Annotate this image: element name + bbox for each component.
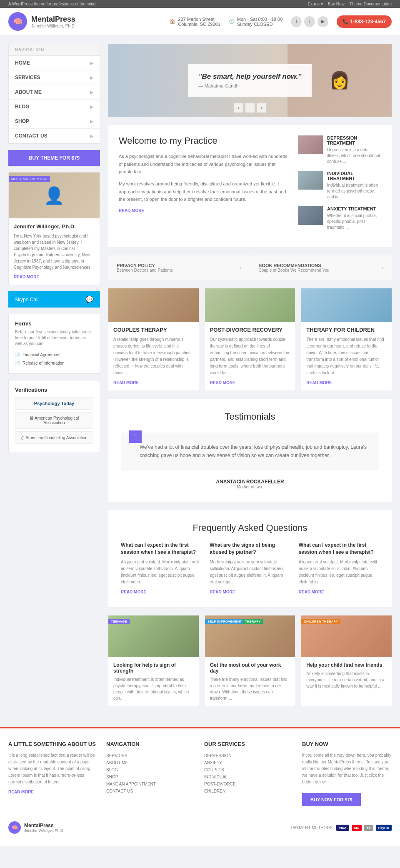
phone-button[interactable]: 📞 1-888-123-4567 (337, 15, 392, 28)
footer-service-postdivorce[interactable]: POST-DIVORCE (204, 780, 294, 788)
blog-card-image-0: TEENAGE (108, 615, 199, 657)
footer-nav-col: NAVIGATION SERVICES ABOUT ME BLOG SHOP M… (106, 741, 196, 806)
faq-question-2: What can I expect in the first session w… (299, 542, 379, 556)
blog-tag-2: CHILDREN THERAPY (301, 619, 340, 624)
children-therapy-text: There are many emotional issues that fin… (306, 336, 387, 376)
form-link-release[interactable]: 📄 Release of Information (15, 359, 93, 367)
youtube-icon[interactable]: ▶ (318, 16, 328, 27)
service-depression-info: DEPRESSION TREATMENT Depression is a men… (327, 135, 381, 165)
faq-question-1: What are the signs of being abused by pa… (210, 542, 290, 556)
skype-icon: 💬 (85, 295, 94, 303)
testimonial-text: We've had a lot of financial troubles ov… (131, 443, 369, 460)
logo-icon: 🧠 (8, 12, 27, 31)
sidebar-item-shop[interactable]: SHOP▶ (9, 114, 100, 129)
blog-card-text-1: There are many emotional issues that fin… (210, 676, 290, 701)
profile-card: MSED, MA, LMHP, CSC 👤 Jennifer Willinger… (8, 172, 100, 285)
blog-card-body-1: Get the most out of your work day There … (205, 657, 295, 706)
footer-services-title: OUR SERVICES (204, 741, 294, 747)
hours-line2: Sunday CLOSED (237, 22, 282, 27)
mastercard-badge: MC (352, 825, 362, 831)
footer-service-couples[interactable]: COUPLES (204, 766, 294, 773)
faq-read-more-0[interactable]: READ MORE (121, 590, 146, 594)
blog-card-body-2: Help your child find new friends Anxiety… (301, 657, 392, 694)
twitter-icon[interactable]: t (304, 16, 315, 27)
children-therapy-image (301, 288, 392, 322)
policy-arrow-icon: › (240, 265, 242, 271)
hero-quote: "Be smart, help yourself now." (199, 73, 302, 81)
privacy-policy-item[interactable]: PRIVACY POLICY Between Doctors and Patie… (108, 255, 250, 280)
divorce-recovery-title: POST-DIVORCE RECOVERY (210, 327, 290, 333)
couples-therapy-read-more[interactable]: READ MORE (113, 380, 139, 385)
privacy-policy-text: PRIVACY POLICY Between Doctors and Patie… (117, 263, 173, 273)
site-footer: A LITTLE SOMETHING ABOUT US It is a long… (0, 727, 400, 846)
footer-buy-button[interactable]: BUY NOW FOR $79 (302, 793, 361, 806)
extras-link[interactable]: Extras ▾ (308, 2, 323, 6)
blog-card-text-0: Individual treatment is often termed as … (113, 676, 194, 701)
sidebar-item-contact[interactable]: CONTACT US▶ (9, 129, 100, 143)
top-bar: A WordPress theme for professions of the… (0, 0, 400, 8)
skype-button[interactable]: Skype Call 💬 (8, 291, 100, 308)
facebook-icon[interactable]: f (291, 16, 302, 27)
arrow-icon: ▶ (90, 119, 93, 124)
faq-item-1: What are the signs of being abused by pa… (210, 542, 290, 595)
faq-read-more-2[interactable]: READ MORE (299, 590, 324, 594)
footer-nav-title: NAVIGATION (106, 741, 196, 747)
footer-service-children[interactable]: CHILDREN (204, 788, 294, 795)
footer-nav-services[interactable]: SERVICES (106, 752, 196, 759)
welcome-read-more[interactable]: READ MORE (119, 208, 144, 213)
theme-doc-link[interactable]: Theme Documentation (350, 2, 392, 6)
footer-service-individual[interactable]: INDIVIDUAL (204, 773, 294, 780)
main-content: 👩 "Be smart, help yourself now." — Mahat… (108, 44, 392, 719)
sidebar-item-blog[interactable]: BLOG▶ (9, 100, 100, 114)
footer-nav-appointment[interactable]: MAKE AN APPOINTMENT (106, 780, 196, 788)
blog-section: TEENAGE Looking for help is sign of stre… (108, 615, 392, 706)
profile-read-more[interactable]: READ MORE (14, 275, 39, 279)
footer-about-read-more[interactable]: READ MORE (8, 790, 34, 794)
arrow-icon: ▶ (90, 90, 93, 95)
footer-nav-shop[interactable]: SHOP (106, 773, 196, 780)
payment-methods: PAYMENT METHODS: VISA MC ●● PayPal (291, 825, 392, 831)
footer-logo-name: MentalPress (24, 823, 63, 828)
buy-theme-button[interactable]: BUY THEME FOR $79 (8, 150, 100, 166)
buy-now-link[interactable]: Buy Now (328, 2, 345, 6)
book-recommendations-item[interactable]: BOOK RECOMMENDATIONS Couple of Books We … (250, 255, 392, 280)
sidebar-navigation: NAVIGATION HOME▶ SERVICES▶ ABOUT ME▶ BLO… (8, 44, 100, 144)
social-links: f t ▶ (291, 16, 328, 27)
blog-card-title-1: Get the most out of your work day (210, 662, 290, 674)
sidebar-item-services[interactable]: SERVICES▶ (9, 70, 100, 85)
footer-logo: 🧠 MentalPress Jennifer Willinger, Ph.D (8, 821, 63, 834)
faq-read-more-1[interactable]: READ MORE (210, 590, 235, 594)
footer-nav-blog[interactable]: BLOG (106, 766, 196, 773)
blog-card-2: CHILDREN THERAPY Help your child find ne… (301, 615, 392, 706)
sidebar-item-home[interactable]: HOME▶ (9, 56, 100, 70)
sidebar-item-about[interactable]: ABOUT ME▶ (9, 85, 100, 100)
book-recommendations-text: BOOK RECOMMENDATIONS Couple of Books We … (259, 263, 330, 273)
divorce-recovery-read-more[interactable]: READ MORE (210, 380, 235, 385)
faq-item-0: What can I expect in the first session w… (121, 542, 201, 595)
document-icon: 📄 (15, 361, 20, 365)
address-block: 🏠 227 Marion Street Columbia, SC 29201 (170, 17, 220, 27)
quote-mark-icon: " (129, 430, 142, 443)
footer-nav-contact[interactable]: CONTACT US (106, 788, 196, 795)
header-contact-info: 🏠 227 Marion Street Columbia, SC 29201 🕐… (170, 15, 392, 28)
faq-section: Frequently Asked Questions What can I ex… (108, 510, 392, 608)
testimonial-box: " We've had a lot of financial troubles … (121, 433, 379, 470)
policy-arrow-icon: › (382, 265, 383, 271)
verifications-section: Verifications Psychology Today 🏛 America… (8, 380, 100, 453)
verif-logo-psychology: Psychology Today (15, 397, 93, 410)
footer-nav-about[interactable]: ABOUT ME (106, 759, 196, 766)
children-therapy-read-more[interactable]: READ MORE (306, 380, 332, 385)
footer-service-depression[interactable]: DEPRESSION (204, 752, 294, 759)
footer-bottom: 🧠 MentalPress Jennifer Willinger, Ph.D P… (8, 815, 392, 834)
welcome-text: Welcome to my Practice As a psychologist… (119, 135, 288, 237)
couples-therapy-image (108, 288, 199, 322)
footer-buy-col: BUY NOW If you come all the way down her… (302, 741, 392, 806)
faq-answer-2: Aliquam erat volutpat. Morbi vulputate v… (299, 559, 379, 585)
service-individual-info: INDIVIDUAL TREATMENT Individual treatmen… (327, 171, 381, 200)
footer-buy-text: If you come all the way down here, you p… (302, 752, 392, 785)
testimonial-role: Mother of two. (121, 485, 379, 489)
form-link-financial[interactable]: 📄 Financial Agreement (15, 351, 93, 359)
footer-service-anxiety[interactable]: ANXIETY (204, 759, 294, 766)
divorce-recovery-body: POST-DIVORCE RECOVERY Our systematic app… (205, 322, 295, 390)
footer-grid: A LITTLE SOMETHING ABOUT US It is a long… (8, 741, 392, 806)
